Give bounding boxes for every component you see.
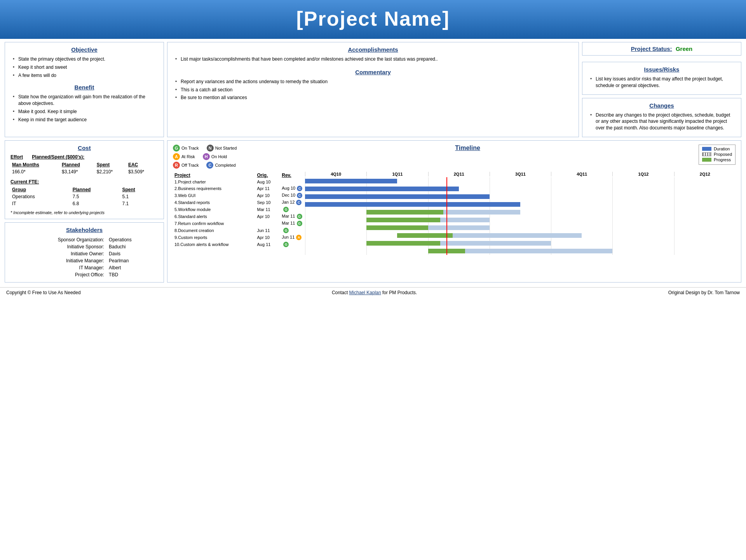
cost-footnote: * Incomplete estimate, refer to underlyi… — [10, 210, 158, 215]
benefit-item: State how the organization will gain fro… — [12, 94, 158, 107]
gantt-orig-date: Apr 10 — [256, 234, 281, 241]
cost-col-planned: Planned — [60, 161, 95, 168]
changes-item: Describe any changes to the project obje… — [589, 112, 736, 131]
gantt-bar-progress — [366, 218, 440, 222]
gantt-bar-outer — [428, 249, 613, 253]
commentary-title: Commentary — [173, 69, 573, 75]
footer-left: Copyright © Free to Use As Needed — [6, 290, 81, 295]
stakeholder-value: Davis — [106, 250, 158, 257]
stakeholders-table: Sponsor Organization: Operations Initiat… — [10, 236, 158, 278]
stakeholder-row: Initiative Sponsor: Baduchi — [10, 243, 158, 250]
gantt-orig-date: Apr 10 — [256, 213, 281, 220]
gantt-project-name: 6.Standard alerts — [173, 213, 256, 220]
project-status-title: Project Status: — [631, 45, 672, 52]
chart-legend-proposed-label: Proposed — [714, 152, 732, 157]
gantt-row: 6.Standard alertsApr 10Mar 11G — [173, 213, 305, 220]
gantt-orig-date: Sep 10 — [256, 199, 281, 206]
gantt-project-name: 3.Web GUI — [173, 192, 256, 199]
stakeholder-row: Initiative Owner: Davis — [10, 250, 158, 257]
fte-row: IT 6.8 7.1 — [10, 200, 158, 207]
stakeholder-row: IT Manager: Albert — [10, 264, 158, 271]
timeline-legend-row2: A At Risk H On Hold — [173, 153, 237, 160]
issues-risks-list: List key issues and/or risks that may af… — [588, 76, 736, 89]
gantt-bar-row — [305, 216, 736, 224]
completed-icon: C — [206, 162, 213, 169]
stakeholder-value: Baduchi — [106, 243, 158, 250]
stakeholder-label: Initiative Manager: — [10, 257, 106, 264]
objective-item: Keep it short and sweet — [12, 64, 158, 71]
gantt-project-name: 9.Custom reports — [173, 234, 256, 241]
cost-col-eac: EAC — [127, 161, 158, 168]
legend-at-risk: A At Risk — [173, 153, 195, 160]
stakeholder-label: Project Office: — [10, 271, 106, 278]
page-header: [Project Name] — [0, 0, 746, 39]
gantt-rev-date: Mar 11G — [280, 220, 305, 227]
footer-contact-link[interactable]: Michael Kaplan — [349, 290, 381, 295]
timeline-legend-row3: R Off Track C Completed — [173, 162, 237, 169]
gantt-bar-outer — [305, 202, 520, 207]
benefit-item: Keep in mind the target audience — [12, 117, 158, 123]
fte-table: Group Planned Spent Operations 7.5 5.1 I… — [10, 186, 158, 207]
gantt-rev-date — [280, 179, 305, 185]
fte-cell: IT — [10, 200, 71, 207]
stakeholder-label: Sponsor Organization: — [10, 236, 106, 243]
fte-cell: 7.5 — [71, 193, 121, 200]
timeline-legend: G On Track N Not Started — [173, 145, 237, 152]
gantt-bar-row — [305, 208, 736, 216]
stakeholder-row: Initiative Manager: Pearlman — [10, 257, 158, 264]
gantt-bar-progress — [366, 210, 443, 215]
chart-legend-proposed: Proposed — [702, 152, 732, 157]
gantt-bar-outer — [366, 241, 551, 246]
gantt-rev-date: Mar 11G — [280, 213, 305, 220]
gantt-project-name: 2.Business requirements — [173, 185, 256, 192]
commentary-item: Report any variances and the actions und… — [174, 79, 573, 85]
chart-legend-progress: Progress — [702, 157, 732, 162]
stakeholder-value: Albert — [106, 264, 158, 271]
timeline-title: Timeline — [237, 145, 699, 152]
on-hold-label: On Hold — [211, 154, 227, 159]
objective-item: State the primary objectives of the proj… — [12, 56, 158, 63]
stakeholder-label: Initiative Sponsor: — [10, 243, 106, 250]
fte-row: Operations 7.5 5.1 — [10, 193, 158, 200]
changes-panel: Changes Describe any changes to the proj… — [582, 98, 741, 137]
gantt-project-name: 4.Standard reports — [173, 199, 256, 206]
page-title: [Project Name] — [0, 7, 746, 30]
gantt-project-table: Project Orig. Rev. 1.Project charterAug … — [173, 172, 305, 248]
gantt-tbody: 1.Project charterAug 102.Business requir… — [173, 179, 305, 248]
legend-on-hold: H On Hold — [203, 153, 227, 160]
quarter-3q11: 3Q11 — [490, 172, 551, 176]
quarter-1q11: 1Q11 — [366, 172, 428, 176]
gantt-bar-progress — [366, 225, 428, 230]
gantt-row: 5.Workflow moduleMar 11G — [173, 206, 305, 213]
completed-label: Completed — [215, 163, 235, 167]
stakeholder-value: Operations — [106, 236, 158, 243]
project-list: Project Orig. Rev. 1.Project charterAug … — [173, 172, 305, 255]
stakeholder-value: Pearlman — [106, 257, 158, 264]
accomplishments-item: List major tasks/accomplishments that ha… — [174, 56, 573, 63]
stakeholders-title: Stakeholders — [10, 227, 158, 233]
accomplishments-commentary-panel: Accomplishments List major tasks/accompl… — [167, 42, 579, 137]
gantt-bar-progress — [397, 233, 452, 238]
at-risk-icon: A — [173, 153, 180, 160]
fte-cell: 7.1 — [120, 200, 158, 207]
gantt-row: 7.Return confirm workflowMar 11G — [173, 220, 305, 227]
quarter-2q12: 2Q12 — [674, 172, 736, 176]
cost-cell: $2,210* — [95, 168, 127, 175]
gantt-bar-row — [305, 232, 736, 239]
gantt-bar-progress — [305, 194, 490, 199]
gantt-bar-outer — [305, 179, 397, 183]
gantt-orig-date: Apr 11 — [256, 185, 281, 192]
gantt-bar-outer — [366, 210, 520, 215]
objective-item: A few items will do — [12, 72, 158, 79]
issues-risks-title: Issues/Risks — [588, 66, 736, 73]
quarter-2q11: 2Q11 — [428, 172, 490, 176]
gantt-row: 10.Custom alerts & workflowAug 11G — [173, 241, 305, 248]
proposed-bar-icon — [702, 152, 711, 156]
gantt-bar-progress — [428, 249, 465, 253]
gantt-area: Project Orig. Rev. 1.Project charterAug … — [173, 172, 736, 255]
footer: Copyright © Free to Use As Needed Contac… — [0, 287, 746, 298]
benefit-title: Benefit — [10, 84, 158, 91]
gantt-chart: 4Q10 1Q11 2Q11 3Q11 4Q11 1Q12 2Q12 — [305, 172, 736, 255]
stakeholder-row: Project Office: TBD — [10, 271, 158, 278]
footer-middle-prefix: Contact — [332, 290, 349, 295]
